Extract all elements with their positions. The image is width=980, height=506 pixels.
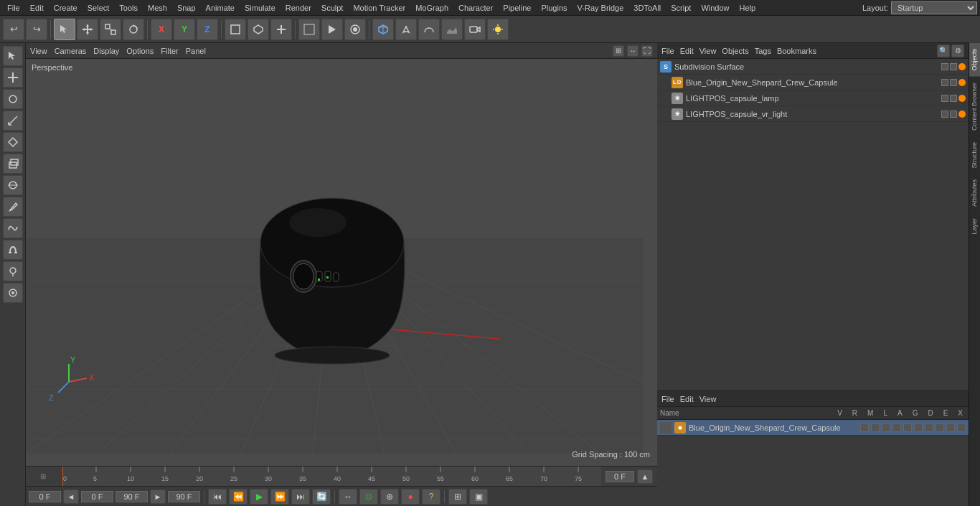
right-frame-input[interactable]: [168, 491, 200, 502]
render-to-po-button[interactable]: [344, 19, 366, 40]
attr-row-capsule[interactable]: ■ Blue_Origin_New_Shepard_Crew_Capsule: [657, 420, 969, 436]
obj-vis-sq-4[interactable]: [941, 111, 948, 118]
attr-ctrl-1[interactable]: [860, 423, 869, 432]
attr-ctrl-9[interactable]: [946, 423, 955, 432]
play-prev-btn[interactable]: ◄: [63, 489, 79, 504]
current-frame-input[interactable]: [606, 471, 634, 482]
obj-vis-sq-1[interactable]: [941, 63, 948, 70]
sidebar-magnet-btn[interactable]: [3, 240, 23, 260]
attr-ctrl-2[interactable]: [871, 423, 880, 432]
menu-simulate[interactable]: Simulate: [240, 2, 280, 14]
menu-plugins[interactable]: Plugins: [537, 2, 571, 14]
obj-menu-bookmarks[interactable]: Bookmarks: [777, 47, 816, 55]
attr-menu-file[interactable]: File: [661, 395, 674, 403]
move-mode-btn[interactable]: ↔: [339, 489, 357, 505]
menu-script[interactable]: Script: [666, 2, 695, 14]
menu-snap[interactable]: Snap: [173, 2, 200, 14]
obj-row-vr-light[interactable]: ☀ LIGHTPOS_capsule_vr_light: [657, 106, 969, 122]
end-frame-input[interactable]: [116, 491, 148, 502]
render-region-button[interactable]: [298, 19, 320, 40]
tab-structure[interactable]: Structure: [969, 136, 980, 174]
attr-ctrl-8[interactable]: [936, 423, 944, 432]
menu-3dtoall[interactable]: 3DToAll: [629, 2, 665, 14]
menu-motion-tracker[interactable]: Motion Tracker: [349, 2, 410, 14]
auto-key-btn[interactable]: ?: [422, 489, 440, 505]
menu-mograph[interactable]: MoGraph: [411, 2, 453, 14]
sidebar-polygon-btn[interactable]: [3, 132, 23, 152]
viewport-menu-panel[interactable]: Panel: [186, 47, 206, 55]
obj-filter-btn[interactable]: ⚙: [951, 44, 964, 57]
tab-content-browser[interactable]: Content Browser: [969, 77, 980, 136]
sidebar-loop-cut-btn[interactable]: [3, 175, 23, 195]
menu-tools[interactable]: Tools: [115, 2, 142, 14]
layout-btn[interactable]: ▣: [469, 489, 488, 505]
obj-vis-sq-3[interactable]: [941, 95, 948, 102]
sidebar-extrude-btn[interactable]: [3, 154, 23, 174]
menu-edit[interactable]: Edit: [26, 2, 48, 14]
record-btn[interactable]: ●: [401, 489, 420, 505]
obj-render-sq-3[interactable]: [950, 95, 957, 102]
sidebar-select-btn[interactable]: [3, 46, 23, 66]
attr-ctrl-5[interactable]: [903, 423, 912, 432]
menu-mesh[interactable]: Mesh: [143, 2, 171, 14]
obj-active-dot-1[interactable]: [958, 63, 966, 70]
loop-btn[interactable]: 🔄: [312, 489, 331, 505]
select-tool-button[interactable]: [54, 19, 75, 40]
viewport-arrow-icon[interactable]: ↔: [627, 45, 639, 57]
sidebar-knife-btn[interactable]: [3, 197, 23, 217]
scale-mode-btn[interactable]: ⊕: [380, 489, 399, 505]
sidebar-smooth-btn[interactable]: [3, 218, 23, 238]
sidebar-transform-btn[interactable]: [3, 67, 23, 88]
redo-button[interactable]: ↪: [26, 19, 47, 40]
viewport-menu-options[interactable]: Options: [126, 47, 154, 55]
obj-render-sq-1[interactable]: [950, 63, 957, 70]
bezier-button[interactable]: [418, 19, 440, 40]
menu-create[interactable]: Create: [50, 2, 82, 14]
axis-z-button[interactable]: Z: [197, 19, 218, 40]
landscape-button[interactable]: [441, 19, 463, 40]
attr-menu-view[interactable]: View: [699, 395, 717, 403]
obj-vis-sq-2[interactable]: [941, 79, 948, 86]
scale-tool-button[interactable]: [100, 19, 121, 40]
rotate-tool-button[interactable]: [123, 19, 144, 40]
skip-start-btn[interactable]: ⏮: [208, 489, 227, 505]
attr-ctrl-3[interactable]: [882, 423, 890, 432]
play-btn[interactable]: ▶: [250, 489, 268, 505]
axis-x-button[interactable]: X: [151, 19, 172, 40]
obj-search-btn[interactable]: 🔍: [937, 44, 950, 57]
obj-menu-file[interactable]: File: [661, 47, 674, 55]
step-fwd-btn[interactable]: ⏩: [270, 489, 289, 505]
obj-render-sq-4[interactable]: [950, 111, 957, 118]
cube-button[interactable]: [372, 19, 394, 40]
viewport-3d[interactable]: X Y Z: [26, 59, 657, 466]
viewport-menu-view[interactable]: View: [30, 47, 47, 55]
menu-pipeline[interactable]: Pipeline: [499, 2, 535, 14]
left-frame-input[interactable]: [81, 491, 113, 502]
obj-active-dot-3[interactable]: [958, 95, 966, 102]
obj-menu-view[interactable]: View: [699, 47, 717, 55]
obj-menu-edit[interactable]: Edit: [680, 47, 694, 55]
timeline-arrow-up[interactable]: ▲: [637, 469, 653, 484]
menu-character[interactable]: Character: [454, 2, 497, 14]
viewport-menu-filter[interactable]: Filter: [161, 47, 178, 55]
menu-vray-bridge[interactable]: V-Ray Bridge: [573, 2, 628, 14]
viewport-layout-icon[interactable]: ⊞: [613, 45, 624, 57]
light-button[interactable]: [487, 19, 509, 40]
sidebar-brush-btn[interactable]: [3, 283, 23, 303]
viewport-maximize-icon[interactable]: ⛶: [641, 45, 653, 57]
object-mode-button[interactable]: [225, 19, 246, 40]
layout-dropdown[interactable]: Startup: [891, 1, 977, 14]
menu-select[interactable]: Select: [83, 2, 114, 14]
tab-layer[interactable]: Layer: [969, 212, 980, 240]
camera-button[interactable]: [464, 19, 486, 40]
menu-window[interactable]: Window: [697, 2, 733, 14]
obj-row-lamp[interactable]: ☀ LIGHTPOS_capsule_lamp: [657, 90, 969, 106]
obj-active-dot-2[interactable]: [958, 79, 966, 86]
axis-y-button[interactable]: Y: [174, 19, 195, 40]
viewport-menu-cameras[interactable]: Cameras: [55, 47, 87, 55]
attr-ctrl-10[interactable]: [957, 423, 966, 432]
attr-ctrl-6[interactable]: [914, 423, 923, 432]
attr-ctrl-7[interactable]: [925, 423, 933, 432]
move-tool-button[interactable]: [77, 19, 98, 40]
skip-end-btn[interactable]: ⏭: [291, 489, 310, 505]
